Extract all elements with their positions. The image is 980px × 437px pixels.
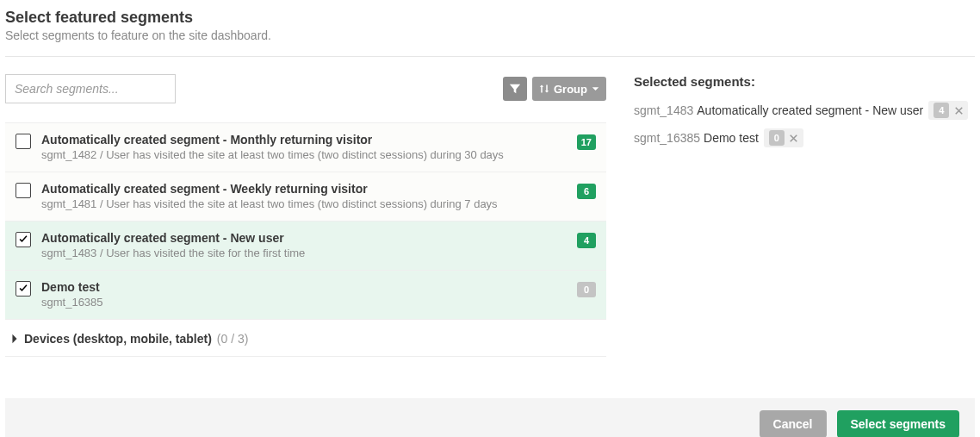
checkbox[interactable] — [16, 281, 31, 297]
page-subtitle: Select segments to feature on the site d… — [5, 28, 975, 42]
segment-title: Automatically created segment - Weekly r… — [41, 181, 570, 197]
segment-subtitle: sgmt_1483 / User has visited the site fo… — [41, 247, 570, 261]
segments-list: Automatically created segment - Monthly … — [5, 122, 606, 357]
selected-segment-name: Demo test — [704, 131, 759, 145]
segment-row[interactable]: Demo test sgmt_16385 0 — [5, 271, 606, 320]
close-icon — [955, 107, 963, 115]
select-segments-button[interactable]: Select segments — [837, 410, 960, 437]
selected-segment-chip: sgmt_1483 Automatically created segment … — [634, 101, 968, 120]
segment-row[interactable]: Automatically created segment - Weekly r… — [5, 172, 606, 222]
chevron-right-icon — [10, 334, 19, 344]
selected-segment-name: Automatically created segment - New user — [697, 103, 923, 117]
remove-chip-button[interactable] — [951, 103, 966, 118]
segment-subtitle: sgmt_1481 / User has visited the site at… — [41, 197, 570, 212]
count-badge: 0 — [769, 130, 785, 146]
segment-title: Demo test — [41, 279, 570, 295]
checkbox[interactable] — [16, 232, 31, 247]
selected-segment-chip: sgmt_16385 Demo test 0 — [634, 128, 803, 147]
group-name: Devices (desktop, mobile, tablet) — [24, 332, 212, 346]
page-title: Select featured segments — [5, 9, 975, 27]
segment-title: Automatically created segment - New user — [41, 230, 570, 246]
segment-row[interactable]: Automatically created segment - Monthly … — [5, 123, 606, 172]
count-badge: 6 — [577, 184, 596, 199]
group-count: (0 / 3) — [217, 332, 249, 346]
checkbox[interactable] — [16, 183, 31, 198]
segment-subtitle: sgmt_1482 / User has visited the site at… — [41, 148, 570, 163]
check-icon — [18, 284, 28, 294]
checkbox[interactable] — [16, 134, 31, 149]
group-button[interactable]: Group — [532, 77, 606, 101]
sort-icon — [539, 84, 549, 94]
divider — [5, 56, 975, 57]
search-input[interactable] — [5, 74, 176, 103]
segment-row[interactable]: Automatically created segment - New user… — [5, 222, 606, 271]
filter-button[interactable] — [503, 77, 527, 101]
check-icon — [18, 234, 28, 245]
count-badge: 4 — [933, 103, 949, 118]
segment-title: Automatically created segment - Monthly … — [41, 132, 570, 147]
group-header-devices[interactable]: Devices (desktop, mobile, tablet) (0 / 3… — [5, 320, 606, 357]
footer-bar: Cancel Select segments — [5, 398, 975, 437]
count-badge: 17 — [577, 134, 596, 150]
cancel-button[interactable]: Cancel — [760, 410, 827, 437]
group-button-label: Group — [554, 83, 587, 96]
remove-chip-button[interactable] — [786, 130, 802, 146]
count-badge: 4 — [577, 233, 596, 248]
funnel-icon — [509, 83, 521, 95]
segment-subtitle: sgmt_16385 — [41, 296, 570, 310]
chevron-down-icon — [592, 85, 599, 93]
count-badge: 0 — [577, 282, 596, 297]
selected-segment-id: sgmt_1483 — [634, 103, 693, 117]
selected-panel-title: Selected segments: — [634, 74, 975, 89]
selected-segment-id: sgmt_16385 — [634, 131, 700, 145]
close-icon — [790, 134, 797, 142]
